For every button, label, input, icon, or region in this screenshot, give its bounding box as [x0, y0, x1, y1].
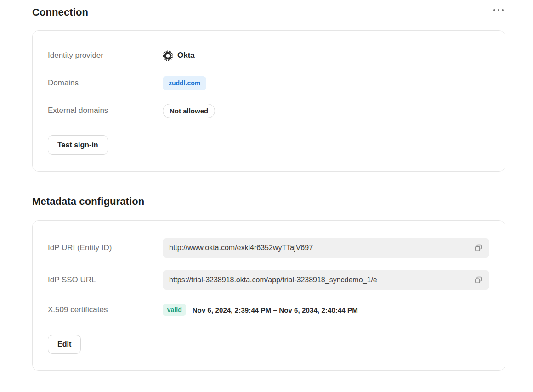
idp-uri-field: http://www.okta.com/exkl4r6352wyTTajV697 [163, 238, 489, 258]
certificates-label: X.509 certificates [48, 305, 163, 314]
idp-sso-field: https://trial-3238918.okta.com/app/trial… [163, 270, 489, 290]
metadata-section: Metadata configuration IdP URI (Entity I… [32, 194, 505, 371]
metadata-card: IdP URI (Entity ID) http://www.okta.com/… [32, 220, 505, 371]
external-domains-status-badge: Not allowed [163, 104, 215, 118]
identity-provider-value: Okta [163, 50, 489, 61]
certificate-valid-badge: Valid [163, 304, 186, 316]
copy-icon[interactable] [473, 275, 483, 285]
idp-sso-row: IdP SSO URL https://trial-3238918.okta.c… [48, 270, 489, 290]
connection-section-header: Connection [32, 5, 505, 18]
sso-settings-page: Connection Identity provider Okta Domain… [0, 0, 533, 371]
certificates-row: X.509 certificates Valid Nov 6, 2024, 2:… [48, 302, 489, 317]
idp-sso-value: https://trial-3238918.okta.com/app/trial… [169, 276, 469, 284]
idp-uri-value: http://www.okta.com/exkl4r6352wyTTajV697 [169, 244, 469, 252]
domains-label: Domains [48, 78, 163, 88]
external-domains-row: External domains Not allowed [48, 103, 489, 118]
identity-provider-label: Identity provider [48, 51, 163, 60]
copy-icon[interactable] [473, 243, 483, 253]
test-signin-button[interactable]: Test sign-in [48, 135, 108, 155]
provider-name: Okta [177, 51, 195, 60]
idp-uri-row: IdP URI (Entity ID) http://www.okta.com/… [48, 238, 489, 258]
connection-title: Connection [32, 5, 88, 18]
metadata-title: Metadata configuration [32, 194, 505, 207]
idp-uri-label: IdP URI (Entity ID) [48, 243, 163, 252]
domain-badge[interactable]: zuddl.com [163, 76, 206, 90]
okta-logo-icon [163, 50, 173, 61]
identity-provider-row: Identity provider Okta [48, 48, 489, 63]
connection-card: Identity provider Okta Domains zuddl.com… [32, 30, 505, 172]
overflow-menu-icon[interactable] [492, 5, 505, 16]
edit-button[interactable]: Edit [48, 335, 81, 354]
domains-row: Domains zuddl.com [48, 76, 489, 90]
idp-sso-label: IdP SSO URL [48, 275, 163, 285]
certificate-validity-dates: Nov 6, 2024, 2:39:44 PM – Nov 6, 2034, 2… [193, 306, 358, 314]
external-domains-label: External domains [48, 106, 163, 115]
